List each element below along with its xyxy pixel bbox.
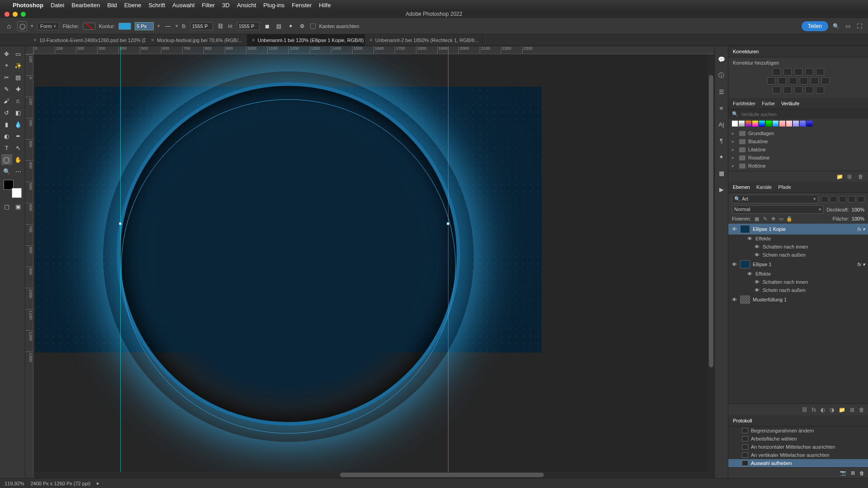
fx-badge[interactable]: fx ▾ [857, 226, 865, 232]
tab-kanaele[interactable]: Kanäle [756, 184, 772, 190]
history-item[interactable]: An horizontaler Mittelachse ausrichten [728, 443, 868, 451]
layer-row[interactable]: 👁Musterfüllung 1 [728, 294, 868, 305]
shape-tool-icon[interactable]: ◯ [1, 154, 12, 165]
search-icon[interactable]: 🔍 [832, 22, 840, 30]
menu-schrift[interactable]: Schrift [148, 2, 165, 9]
exposure-icon[interactable] [805, 68, 813, 75]
trash-icon[interactable]: 🗑 [859, 407, 864, 413]
trash-icon[interactable]: 🗑 [859, 470, 864, 476]
close-icon[interactable]: × [33, 37, 37, 43]
shape-mode-dropdown[interactable]: Form [37, 22, 59, 30]
scrollbar-thumb[interactable] [340, 473, 544, 477]
menu-datei[interactable]: Datei [51, 2, 64, 9]
layer-effects[interactable]: 👁Effekte [728, 270, 868, 278]
lock-artboard-icon[interactable]: ▭ [778, 216, 784, 222]
close-icon[interactable]: × [151, 37, 154, 43]
grad-swatch[interactable] [779, 121, 785, 127]
grad-swatch[interactable] [766, 121, 772, 127]
anchor-handle[interactable] [119, 222, 122, 225]
dodge-tool-icon[interactable]: ◐ [1, 131, 12, 141]
levels-icon[interactable] [783, 68, 792, 75]
paragraph-icon[interactable]: ¶ [717, 136, 726, 145]
libraries-icon[interactable]: ▦ [717, 169, 726, 177]
stamp-tool-icon[interactable]: ⎌ [13, 95, 24, 106]
layer-thumb[interactable] [740, 260, 750, 268]
scrollbar-thumb[interactable] [709, 75, 713, 367]
new-folder-icon[interactable]: 📁 [836, 174, 843, 180]
wand-tool-icon[interactable]: ✨ [13, 60, 24, 71]
group-icon[interactable]: 📁 [839, 407, 845, 413]
visibility-icon[interactable]: 👁 [746, 236, 753, 241]
adjustments-tab[interactable]: Korrekturen [728, 46, 868, 57]
layer-effect-item[interactable]: 👁Schein nach außen [728, 251, 868, 259]
lock-position-icon[interactable]: ✎ [762, 216, 768, 222]
grad-swatch[interactable] [807, 121, 812, 127]
visibility-icon[interactable]: 👁 [731, 226, 737, 232]
fx-icon[interactable]: fx [812, 407, 816, 413]
hue-icon[interactable] [767, 77, 775, 84]
screenmode-icon[interactable]: ▣ [13, 201, 24, 212]
gradient-search-input[interactable] [741, 112, 864, 117]
grad-swatch[interactable] [752, 121, 758, 127]
shape-tool-indicator[interactable] [17, 21, 27, 31]
link-wh-icon[interactable]: ⛓ [217, 22, 225, 30]
history-brush-icon[interactable]: ↺ [1, 107, 12, 118]
menu-fenster[interactable]: Fenster [292, 2, 312, 9]
layer-row[interactable]: 👁Ellipse 1 Kopiefx ▾ [728, 224, 868, 235]
minimize-window-button[interactable] [13, 12, 18, 17]
layer-thumb[interactable] [740, 296, 750, 304]
align-edges-checkbox[interactable] [310, 23, 316, 29]
fx-badge[interactable]: fx ▾ [857, 262, 865, 267]
curves-icon[interactable] [794, 68, 802, 75]
ruler-vertical[interactable]: 1000100200300400500600700800900100011001… [25, 54, 33, 478]
layer-filter-kind[interactable]: 🔍 Art [732, 195, 818, 203]
guide-vertical[interactable] [448, 46, 448, 478]
filter-pixel-icon[interactable] [821, 196, 828, 202]
menu-auswahl[interactable]: Auswahl [172, 2, 194, 9]
visibility-icon[interactable]: 👁 [754, 279, 760, 285]
eyedropper-tool-icon[interactable]: ✎ [1, 84, 12, 94]
adjust-icon[interactable]: ≡ [717, 104, 726, 112]
menu-ansicht[interactable]: Ansicht [237, 2, 256, 9]
doc-tab[interactable]: ×10-Facebook-Event-2400x1260.psd bei 120… [29, 34, 146, 46]
vibrance-icon[interactable] [816, 68, 824, 75]
lock-pixels-icon[interactable]: ▦ [754, 216, 760, 222]
workspace-icon[interactable]: ▭ [844, 22, 852, 30]
visibility-icon[interactable]: 👁 [754, 244, 760, 249]
new-snapshot-icon[interactable]: ⊞ [851, 470, 855, 476]
eraser-tool-icon[interactable]: ◧ [13, 107, 24, 118]
doc-tab-active[interactable]: ×Unbenannt-1 bei 120% (Ellipse 1 Kopie, … [247, 34, 365, 46]
new-layer-icon[interactable]: ⊞ [850, 407, 854, 413]
filter-smart-icon[interactable] [857, 196, 864, 202]
menu-bearbeiten[interactable]: Bearbeiten [71, 2, 100, 9]
doc-tab[interactable]: ×Unbenannt-2 bei 1850% (Rechteck 1, RGB/… [365, 34, 482, 46]
tab-verlaeufe[interactable]: Verläufe [781, 101, 799, 106]
align-icon[interactable]: ▤ [275, 22, 283, 30]
visibility-icon[interactable]: 👁 [746, 271, 753, 277]
grad-swatch[interactable] [793, 121, 799, 127]
grad-swatch[interactable] [745, 121, 751, 127]
bw-icon[interactable] [789, 77, 797, 84]
posterize-icon[interactable] [783, 86, 792, 94]
info-icon[interactable]: ⓘ [717, 71, 726, 80]
gradient-tool-icon[interactable]: ▮ [1, 119, 12, 130]
glyphs-icon[interactable]: ✦ [717, 153, 726, 161]
blend-mode-dropdown[interactable]: Normal [732, 205, 824, 214]
brush-tool-icon[interactable]: 🖌 [1, 95, 12, 106]
lock-move-icon[interactable]: ✥ [770, 216, 776, 222]
zoom-tool-icon[interactable]: 🔍 [1, 166, 12, 177]
grad-folder[interactable]: Lilatöne [732, 145, 864, 154]
blur-tool-icon[interactable]: 💧 [13, 119, 24, 130]
grad-swatch[interactable] [786, 121, 792, 127]
arrange-icon[interactable]: ✦ [287, 22, 295, 30]
grad-folder[interactable]: Rottöne [732, 162, 864, 170]
hand-tool-icon[interactable]: ✋ [13, 154, 24, 165]
zoom-level[interactable]: 119,92% [5, 481, 24, 486]
move-tool-icon[interactable]: ✥ [1, 48, 12, 59]
width-value[interactable]: 1555 P [190, 22, 213, 30]
trash-icon[interactable]: 🗑 [858, 174, 864, 180]
path-ops-icon[interactable]: ◼ [263, 22, 271, 30]
status-caret[interactable]: ▸ [97, 480, 99, 486]
filter-adjust-icon[interactable] [830, 196, 837, 202]
history-item[interactable]: Begrenzungsrahmen ändern [728, 427, 868, 435]
